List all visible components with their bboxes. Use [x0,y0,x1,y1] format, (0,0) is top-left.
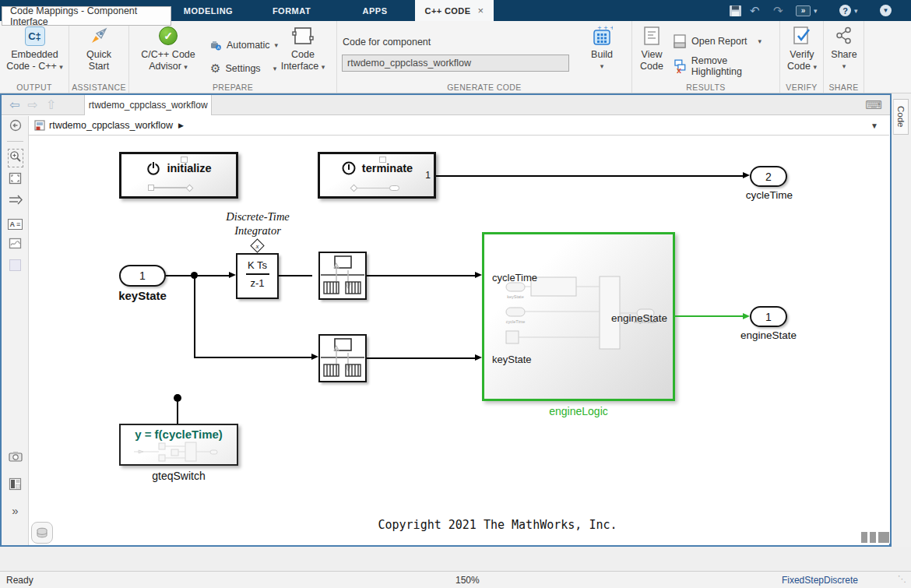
chevron-down-icon: ▾ [184,63,188,71]
remove-highlighting-button[interactable]: x Remove Highlighting [673,55,779,77]
tab-modeling[interactable]: MODELING [167,0,250,21]
gteqswitch-block[interactable]: y = f(cycleTime) [119,424,238,466]
annotation-tool-button[interactable]: A≡ [2,216,29,230]
navigate-forward-button[interactable]: ⇨ [27,97,37,112]
save-icon [729,5,742,17]
navigate-back-button[interactable]: ⇦ [9,97,19,112]
code-interface-button[interactable]: Code Interface ▾ [274,25,332,73]
code-interface-icon [291,26,315,46]
fit-to-view-button[interactable] [2,172,29,188]
splitter-handles[interactable] [861,532,889,543]
navigate-up-button[interactable]: ⇧ [46,97,56,112]
rocket-icon [89,26,109,46]
open-report-label: Open Report [691,36,747,47]
integrator-annotation[interactable]: Discrete-Time Integrator [203,209,312,238]
view-code-label1: View [642,49,663,61]
rate-transition-block-2[interactable] [318,334,367,382]
wire[interactable] [279,275,312,276]
expand-palette-button[interactable]: » [2,504,29,517]
copyright-annotation[interactable]: Copyright 2021 The MathWorks, Inc. [311,518,684,532]
svg-text:x: x [677,65,681,74]
code-for-component-label: Code for component [343,37,431,48]
wire[interactable] [194,357,312,358]
automatic-dropdown[interactable]: A Automatic ▾ [210,40,278,51]
screenshot-button[interactable] [2,451,29,465]
preview-cycletime-label: cycleTime [506,319,526,324]
initialize-block[interactable]: initialize [119,152,238,199]
solver-name[interactable]: FixedStepDiscrete [782,575,858,586]
breadcrumb-expand-icon[interactable]: ▶ [178,121,184,129]
share-label: Share [831,49,856,61]
status-text: Ready [6,575,33,586]
resize-grip[interactable]: ⋱ [898,574,906,584]
save-button[interactable] [729,0,742,21]
undo-button[interactable]: ↶ [750,0,760,21]
share-button[interactable]: Share ▾ [827,25,861,72]
area-tool-button[interactable] [2,259,29,274]
code-interface-label2: Interface ▾ [281,61,325,73]
wire[interactable] [194,276,195,357]
wire[interactable] [367,275,476,276]
enginestate-outport-block[interactable]: 1 [750,306,787,327]
wire[interactable] [367,357,476,359]
circle-back-icon [9,119,22,132]
enginelogic-subsystem-block[interactable]: keyState cycleTime engineState cycleTime… [482,232,675,401]
wire-highlighted[interactable] [675,315,743,317]
settings-dropdown[interactable]: ⚙ Settings ▾ [210,62,276,76]
model-diagram[interactable]: initialize terminate [29,136,889,545]
arrowhead [229,272,236,278]
hide-explorer-button[interactable] [2,119,29,135]
tab-format[interactable]: FORMAT [250,0,333,21]
run-script-icon: » [796,5,811,16]
terminate-icon [341,160,357,176]
remove-highlighting-icon: x [673,58,687,74]
breadcrumb-dropdown-icon[interactable]: ▼ [871,121,878,130]
model-canvas-frame: ⇦ ⇨ ⇧ rtwdemo_cppclass_workflow ⌨ [0,93,892,547]
chevron-down-icon: ▾ [854,7,858,15]
code-advisor-label2: Advisor ▾ [149,61,188,73]
wire[interactable] [166,275,230,276]
image-annotation-button[interactable] [2,238,29,252]
zoom-tool-button[interactable] [2,149,29,167]
minimize-toolstrip-button[interactable]: ▼ [880,0,892,21]
section-assistance-label: ASSISTANCE [69,83,128,92]
close-tab-icon[interactable]: × [477,5,484,16]
model-data-editor-button[interactable] [2,477,29,494]
canvas-badge-button[interactable] [31,522,53,544]
code-advisor-button[interactable]: ✓ C/C++ Code Advisor ▾ [135,25,201,73]
verify-code-button[interactable]: Verify Code ▾ [783,25,821,73]
tab-apps[interactable]: APPS [333,0,417,21]
terminate-outport-number: 1 [425,170,431,181]
breadcrumb-model-name[interactable]: rtwdemo_cppclass_workflow [49,120,173,131]
palette-divider [7,141,23,142]
section-results: View Code Open Report ▾ x Remove Highlig… [632,21,780,93]
terminate-block[interactable]: terminate 1 [318,152,436,199]
help-button[interactable]: ? ▾ [839,0,858,21]
terminate-label: terminate [362,162,413,174]
signal-routing-button[interactable] [2,195,29,209]
code-panel-tab[interactable]: Code [893,99,909,135]
wire[interactable] [177,400,178,424]
run-script-button[interactable]: » ▾ [796,0,818,21]
code-for-component-input[interactable] [342,55,569,72]
quick-start-button[interactable]: Quick Start [76,25,121,72]
tab-cpp-code[interactable]: C++ CODE × [415,0,494,21]
chevron-down-icon: ▾ [322,63,325,71]
open-report-button[interactable]: Open Report ▾ [673,33,762,49]
build-button[interactable]: + + + Build ▾ [582,25,622,72]
redo-button[interactable]: ↷ [773,0,783,21]
rate-transition-block-1[interactable] [318,252,367,300]
discrete-time-integrator-block[interactable]: K Ts z-1 [236,253,279,299]
embedded-code-button[interactable]: C‡ Embedded Code - C++ ▾ [4,25,65,73]
keystate-inport-block[interactable]: 1 [119,265,166,287]
wire[interactable] [436,175,743,177]
cycletime-outport-block[interactable]: 2 [750,166,787,187]
fit-to-view-icon [9,172,22,185]
arrowhead [311,354,318,360]
chevron-down-icon: ▾ [813,63,817,71]
code-mappings-tab[interactable]: Code Mappings - Component Interface [2,6,171,26]
route-arrows-icon [9,195,23,206]
view-code-button[interactable]: View Code [634,25,670,72]
model-document-tab[interactable]: rtwdemo_cppclass_workflow [84,95,212,115]
keyboard-icon[interactable]: ⌨ [865,98,882,112]
